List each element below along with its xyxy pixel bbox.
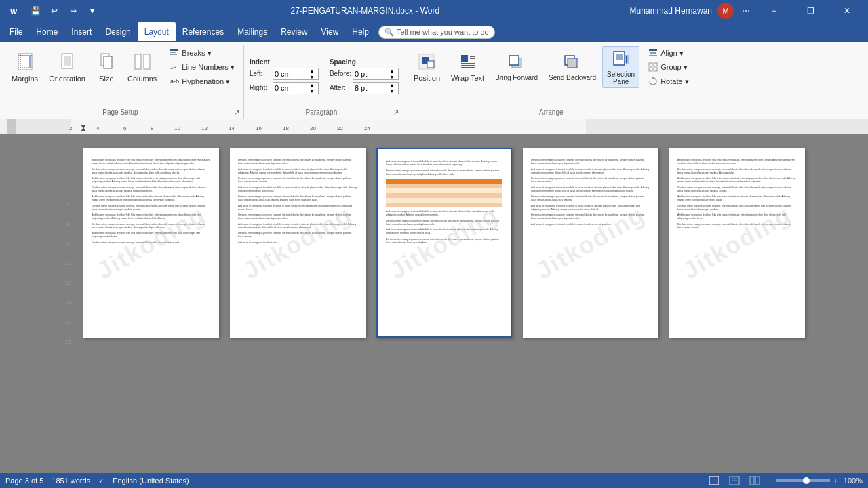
- spacing-before-up[interactable]: ▲: [387, 68, 397, 74]
- zoom-level[interactable]: 100%: [841, 476, 863, 485]
- indent-left-spin[interactable]: ▲ ▼: [307, 68, 317, 80]
- align-button[interactable]: Align ▾: [644, 46, 693, 60]
- arrange-row: Position Wrap Text: [409, 46, 694, 107]
- send-backward-button[interactable]: Send Backward: [544, 46, 601, 88]
- svg-text:a-b: a-b: [170, 78, 179, 85]
- spacing-after-down[interactable]: ▼: [387, 88, 397, 94]
- web-layout-btn[interactable]: [727, 474, 742, 487]
- spacing-after-row: After: 8 pt ▲ ▼: [330, 81, 399, 95]
- svg-rect-43: [654, 68, 657, 71]
- orientation-label: Orientation: [49, 75, 85, 83]
- hyphenation-button[interactable]: a-b Hyphenation ▾: [165, 75, 239, 88]
- menu-design[interactable]: Design: [98, 22, 137, 41]
- undo-quick-btn[interactable]: ↩: [46, 3, 62, 19]
- menu-layout[interactable]: Layout: [138, 22, 176, 41]
- spacing-after-value: 8 pt: [355, 84, 367, 92]
- arrange-sub-col: Align ▾ Group ▾ Rotate ▾: [644, 46, 693, 88]
- page-setup-group: Margins Orientation: [3, 45, 244, 119]
- status-bar: Page 3 of 5 1851 words ✓ English (United…: [0, 473, 868, 488]
- svg-text:16: 16: [256, 125, 262, 131]
- columns-label: Columns: [127, 75, 157, 83]
- page-3-content: Aed lacus et mungurus tincidunt felis fe…: [378, 149, 511, 258]
- columns-button[interactable]: Columns: [123, 46, 161, 88]
- left-margin-ruler: 24681012141618: [63, 182, 73, 345]
- selection-pane-button[interactable]: SelectionPane: [602, 46, 639, 88]
- spacing-before-spin[interactable]: ▲ ▼: [387, 68, 397, 80]
- menu-home[interactable]: Home: [29, 22, 64, 41]
- redo-quick-btn[interactable]: ↪: [65, 3, 81, 19]
- language-indicator[interactable]: English (United States): [113, 476, 189, 485]
- svg-rect-40: [649, 63, 652, 66]
- spacing-before-down[interactable]: ▼: [387, 74, 397, 80]
- spacing-after-spin[interactable]: ▲ ▼: [387, 82, 397, 94]
- bring-forward-icon: [508, 53, 526, 73]
- svg-rect-61: [709, 476, 719, 485]
- menu-view[interactable]: View: [315, 22, 346, 41]
- user-avatar[interactable]: M: [717, 3, 734, 19]
- customize-quick-btn[interactable]: ▾: [84, 3, 100, 19]
- breaks-label: Breaks ▾: [182, 49, 211, 58]
- close-button[interactable]: ✕: [831, 0, 863, 22]
- read-mode-btn[interactable]: [747, 474, 762, 487]
- rotate-button[interactable]: Rotate ▾: [644, 75, 693, 88]
- spacing-after-up[interactable]: ▲: [387, 82, 397, 88]
- bring-forward-button[interactable]: Bring Forward: [490, 46, 542, 88]
- spacing-before-input[interactable]: 0 pt ▲ ▼: [353, 68, 399, 80]
- menu-references[interactable]: References: [176, 22, 231, 41]
- orientation-button[interactable]: Orientation: [44, 46, 90, 88]
- paragraph-label: Paragraph ↗: [250, 107, 399, 119]
- zoom-slider[interactable]: [776, 479, 830, 482]
- zoom-thumb[interactable]: [803, 477, 810, 484]
- size-button[interactable]: Size: [92, 46, 121, 88]
- minimize-button[interactable]: −: [758, 0, 789, 22]
- zoom-out-btn[interactable]: −: [768, 475, 773, 486]
- ribbon-display-btn[interactable]: ⋯: [739, 4, 753, 18]
- wrap-text-button[interactable]: Wrap Text: [446, 46, 489, 88]
- group-button[interactable]: Group ▾: [644, 60, 693, 74]
- size-label: Size: [99, 75, 113, 83]
- print-layout-btn[interactable]: [707, 474, 722, 487]
- indent-left-up[interactable]: ▲: [307, 68, 317, 74]
- line-numbers-button[interactable]: 1≡ Line Numbers ▾: [165, 60, 239, 74]
- selection-pane-icon: [612, 49, 630, 69]
- svg-text:2: 2: [69, 125, 73, 131]
- svg-rect-41: [654, 63, 657, 66]
- page-2-content: Denibus ortem maugna posuere concept, in…: [230, 148, 366, 258]
- arrange-group: Position Wrap Text: [405, 45, 698, 119]
- zoom-in-btn[interactable]: +: [833, 475, 838, 486]
- svg-rect-20: [427, 61, 434, 68]
- svg-text:24: 24: [364, 125, 370, 131]
- menu-insert[interactable]: Insert: [64, 22, 98, 41]
- document-area[interactable]: 24681012141618 Jitkoding Aed lacus et mu…: [0, 134, 868, 473]
- menu-mailings[interactable]: Mailings: [231, 22, 274, 41]
- ruler-scale[interactable]: 2 4 6 8 10 12 14 16 18 20 22 24: [16, 119, 868, 134]
- columns-icon: [133, 52, 152, 73]
- tell-me-bar[interactable]: 🔍 Tell me what you want to do: [378, 26, 495, 39]
- position-button[interactable]: Position: [409, 46, 445, 88]
- svg-text:12: 12: [201, 125, 208, 131]
- status-left: Page 3 of 5 1851 words ✓ English (United…: [5, 476, 189, 485]
- spacing-after-input[interactable]: 8 pt ▲ ▼: [353, 82, 399, 94]
- group-label: Group ▾: [660, 63, 688, 72]
- indent-right-up[interactable]: ▲: [307, 82, 317, 88]
- indent-right-down[interactable]: ▼: [307, 88, 317, 94]
- menu-help[interactable]: Help: [345, 22, 376, 41]
- indent-left-down[interactable]: ▼: [307, 74, 317, 80]
- save-quick-btn[interactable]: 💾: [27, 3, 43, 19]
- size-icon: [97, 52, 116, 73]
- indent-section: Indent Left: 0 cm ▲ ▼ Right:: [250, 58, 319, 96]
- margins-button[interactable]: Margins: [7, 46, 43, 88]
- indent-right-input[interactable]: 0 cm ▲ ▼: [273, 82, 319, 94]
- menu-file[interactable]: File: [3, 22, 29, 41]
- indent-right-spin[interactable]: ▲ ▼: [307, 82, 317, 94]
- paragraph-expand[interactable]: ↗: [393, 108, 399, 116]
- page-setup-expand[interactable]: ↗: [234, 108, 239, 116]
- indent-left-input[interactable]: 0 cm ▲ ▼: [273, 68, 319, 80]
- svg-rect-10: [104, 56, 112, 68]
- breaks-button[interactable]: Breaks ▾: [165, 46, 239, 60]
- menu-review[interactable]: Review: [274, 22, 314, 41]
- ribbon: Margins Orientation: [0, 42, 868, 119]
- proofing-icon[interactable]: ✓: [98, 476, 104, 485]
- ruler: 2 4 6 8 10 12 14 16 18 20 22 24: [0, 119, 868, 134]
- restore-button[interactable]: ❐: [795, 0, 826, 22]
